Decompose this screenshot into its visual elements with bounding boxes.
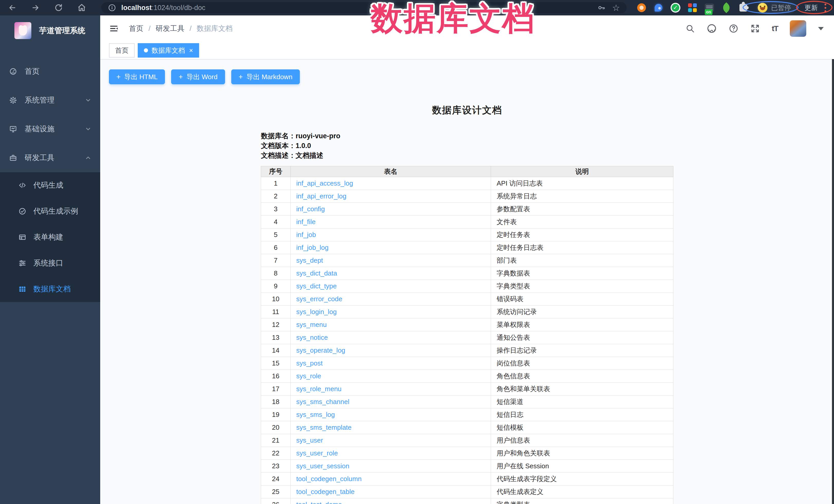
table-name-link[interactable]: inf_api_access_log — [296, 179, 353, 187]
active-dot-icon — [144, 48, 148, 52]
browser-forward-button[interactable] — [30, 3, 41, 13]
export-html-button[interactable]: + 导出 HTML — [109, 69, 165, 84]
table-name-link[interactable]: sys_dict_type — [296, 282, 337, 290]
browser-menu-icon[interactable] — [825, 4, 826, 12]
table-row: 20sys_sms_template短信模板 — [261, 421, 674, 434]
table-name-link[interactable]: sys_sms_log — [296, 411, 335, 418]
table-name-link[interactable]: sys_role_menu — [296, 385, 342, 393]
caret-down-icon[interactable] — [818, 27, 824, 30]
address-bar[interactable]: localhost:1024/tool/db-doc ☆ — [101, 2, 627, 13]
row-table-name-cell: inf_job_log — [291, 241, 491, 254]
sidebar-item-dev-tools[interactable]: 研发工具 — [0, 144, 100, 172]
table-name-link[interactable]: tool_codegen_table — [296, 488, 355, 496]
sidebar-item-home[interactable]: 首页 — [0, 57, 100, 86]
table-name-link[interactable]: sys_menu — [296, 321, 327, 328]
row-index: 17 — [261, 383, 291, 396]
extension-pin-icon[interactable] — [653, 3, 664, 13]
extension-switch-icon[interactable]: on — [704, 3, 715, 13]
sidebar-item-code-generation[interactable]: 代码生成 — [0, 172, 100, 198]
row-table-name-cell: sys_notice — [291, 331, 491, 344]
breadcrumb-home[interactable]: 首页 — [129, 24, 144, 34]
sidebar-filler — [0, 302, 100, 504]
password-key-icon[interactable] — [597, 4, 606, 12]
extension-grid-icon[interactable] — [687, 3, 698, 13]
window-scrollbar[interactable] — [832, 59, 834, 504]
table-name-link[interactable]: inf_api_error_log — [296, 192, 346, 200]
avatar[interactable] — [790, 20, 806, 37]
table-row: 12sys_menu菜单权限表 — [261, 319, 674, 331]
table-row: 11sys_login_log系统访问记录 — [261, 306, 674, 319]
table-name-link[interactable]: sys_post — [296, 359, 323, 367]
close-icon[interactable]: × — [189, 47, 193, 54]
table-name-link[interactable]: sys_sms_template — [296, 423, 351, 431]
table-name-link[interactable]: inf_config — [296, 205, 325, 213]
tab-db-doc[interactable]: 数据库文档 × — [138, 43, 199, 58]
row-table-name-cell: sys_sms_channel — [291, 396, 491, 409]
bookmark-star-icon[interactable]: ☆ — [612, 3, 620, 12]
meta-db-name: 数据库名：ruoyi-vue-pro — [261, 131, 674, 141]
table-name-link[interactable]: inf_job_log — [296, 244, 329, 251]
table-name-link[interactable]: sys_user_session — [296, 462, 349, 470]
export-markdown-button[interactable]: + 导出 Markdown — [231, 69, 300, 84]
toolbox-icon — [9, 154, 17, 162]
table-name-link[interactable]: sys_user_role — [296, 449, 338, 457]
breadcrumb-dev-tools[interactable]: 研发工具 — [156, 24, 184, 34]
table-name-link[interactable]: sys_login_log — [296, 308, 337, 315]
row-description: 角色和菜单关联表 — [491, 383, 674, 396]
db-table-body: 1inf_api_access_logAPI 访问日志表2inf_api_err… — [261, 177, 674, 504]
table-name-link[interactable]: sys_error_code — [296, 295, 342, 303]
table-name-link[interactable]: sys_dept — [296, 257, 323, 264]
row-table-name-cell: tool_test_demo — [291, 498, 491, 504]
row-description: 通知公告表 — [491, 331, 674, 344]
row-description: 短信日志 — [491, 409, 674, 421]
browser-update-button[interactable]: 更新 — [805, 3, 818, 12]
table-name-link[interactable]: sys_notice — [296, 334, 328, 341]
browser-reload-button[interactable] — [53, 3, 64, 13]
sidebar-item-form-builder[interactable]: 表单构建 — [0, 224, 100, 250]
tab-label: 首页 — [115, 46, 129, 55]
table-name-link[interactable]: tool_test_demo — [296, 501, 342, 504]
home-icon — [77, 3, 86, 12]
browser-back-button[interactable] — [7, 3, 18, 13]
sidebar-item-system[interactable]: 系统管理 — [0, 86, 100, 115]
export-word-button[interactable]: + 导出 Word — [171, 69, 225, 84]
breadcrumb-current: 数据库文档 — [197, 24, 233, 34]
table-name-link[interactable]: tool_codegen_column — [296, 475, 361, 483]
sidebar-item-db-doc[interactable]: 数据库文档 — [0, 276, 100, 302]
table-name-link[interactable]: sys_user — [296, 436, 323, 444]
table-name-link[interactable]: sys_sms_channel — [296, 398, 349, 406]
sidebar-item-system-api[interactable]: 系统接口 — [0, 250, 100, 276]
help-icon[interactable] — [729, 24, 739, 34]
table-name-link[interactable]: sys_dict_data — [296, 269, 337, 277]
extension-paused-badge[interactable]: 已暂停 — [756, 2, 796, 14]
table-name-link[interactable]: inf_file — [296, 218, 315, 226]
extension-puzzle-icon[interactable] — [738, 3, 748, 13]
fullscreen-icon[interactable] — [750, 24, 760, 34]
extension-check-icon[interactable]: ✓ — [670, 3, 681, 13]
row-table-name-cell: sys_user — [291, 434, 491, 447]
row-index: 6 — [261, 241, 291, 254]
sidebar-item-codegen-example[interactable]: 代码生成示例 — [0, 198, 100, 224]
sidebar-item-infrastructure[interactable]: 基础设施 — [0, 115, 100, 144]
table-name-link[interactable]: inf_job — [296, 231, 316, 239]
table-name-link[interactable]: sys_operate_log — [296, 347, 345, 354]
tab-home[interactable]: 首页 — [109, 43, 135, 58]
monitor-icon — [9, 125, 17, 133]
sidebar-item-label: 表单构建 — [34, 232, 63, 242]
browser-home-button[interactable] — [76, 3, 87, 13]
gear-icon — [9, 96, 17, 104]
github-icon[interactable] — [706, 23, 717, 34]
extension-orange-icon[interactable] — [636, 3, 647, 13]
table-row: 24tool_codegen_column代码生成表字段定义 — [261, 473, 674, 485]
row-table-name-cell: sys_dict_data — [291, 267, 491, 280]
table-row: 18sys_sms_channel短信渠道 — [261, 396, 674, 409]
table-name-link[interactable]: sys_role — [296, 372, 321, 380]
extension-leaf-icon[interactable] — [721, 3, 731, 13]
site-info-icon[interactable] — [108, 4, 116, 12]
form-icon — [19, 233, 26, 241]
search-icon[interactable] — [685, 24, 695, 33]
row-description: 定时任务日志表 — [491, 241, 674, 254]
sidebar-collapse-icon[interactable] — [109, 24, 119, 34]
sidebar-item-label: 研发工具 — [25, 153, 54, 163]
font-size-icon[interactable]: tT — [772, 24, 778, 33]
